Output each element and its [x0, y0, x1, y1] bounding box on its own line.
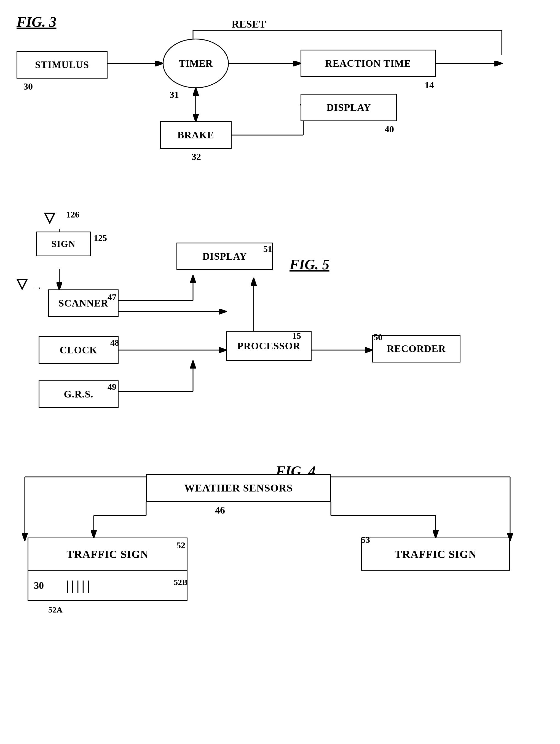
antenna1-num: 126 [66, 210, 79, 220]
fig5-display-num: 51 [263, 244, 272, 254]
reaction-time-box: REACTION TIME [301, 50, 436, 77]
weather-num: 46 [215, 505, 225, 516]
traffic-sign1-box: TRAFFIC SIGN [28, 537, 187, 570]
traffic1-num: 52 [177, 540, 185, 551]
weather-sensors-box: WEATHER SENSORS [146, 474, 331, 502]
traffic1b-num: 52B [174, 578, 187, 587]
reset-label: RESET [232, 18, 266, 30]
traffic2-num: 53 [361, 535, 370, 545]
fig5-title: FIG. 5 [290, 256, 329, 273]
timer-circle: TIMER [163, 39, 229, 88]
diagram-arrows [0, 0, 560, 744]
brake-num: 32 [192, 152, 201, 162]
brake-box: BRAKE [160, 121, 232, 149]
grs-box: G.R.S. [39, 380, 119, 408]
traffic-sign1-lower: 30 ||||| [28, 570, 187, 601]
traffic1-bars: ||||| [66, 578, 92, 594]
stimulus-box: STIMULUS [16, 51, 108, 79]
grs-num: 49 [108, 382, 116, 392]
recorder-box: RECORDER [372, 335, 460, 363]
antenna2-symbol: ▽ [16, 276, 27, 292]
antenna2-arrow: → [33, 283, 42, 293]
reaction-time-num: 14 [424, 80, 434, 90]
scanner-num: 47 [108, 292, 116, 302]
clock-num: 48 [110, 338, 119, 348]
sign-box: SIGN [36, 231, 91, 256]
recorder-num: 50 [374, 332, 382, 342]
fig5-display-box: DISPLAY [177, 243, 273, 270]
traffic1-sub-num: 30 [34, 580, 44, 591]
page: FIG. 3 RESET STIMULUS 30 TIMER 31 REACTI… [0, 0, 560, 744]
stimulus-num: 30 [24, 81, 33, 92]
fig3-display-num: 40 [385, 124, 394, 135]
antenna1-symbol: ▽ [44, 210, 54, 225]
timer-num: 31 [170, 89, 179, 100]
fig3-display-box: DISPLAY [301, 94, 397, 121]
traffic-sign2-box: TRAFFIC SIGN [361, 537, 510, 570]
fig3-title: FIG. 3 [16, 14, 56, 30]
traffic1a-num: 52A [48, 605, 63, 615]
clock-box: CLOCK [39, 336, 119, 364]
processor-num: 15 [292, 331, 301, 341]
sign-num: 125 [94, 233, 107, 243]
